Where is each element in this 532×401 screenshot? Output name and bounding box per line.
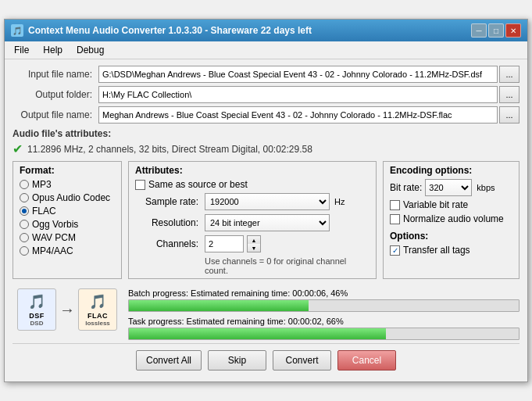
output-folder-row: Output folder: ... xyxy=(12,86,520,103)
channels-up[interactable]: ▲ xyxy=(248,236,260,244)
menu-file[interactable]: File xyxy=(8,43,35,57)
output-folder-browse-button[interactable]: ... xyxy=(499,86,520,103)
window-title: Context Menu Audio Converter 1.0.3.30 - … xyxy=(28,25,312,36)
cancel-button[interactable]: Cancel xyxy=(337,350,396,371)
input-browse-button[interactable]: ... xyxy=(499,66,520,83)
channels-down[interactable]: ▼ xyxy=(248,244,260,252)
source-icon-sublabel: DSD xyxy=(30,320,44,327)
normalize-label: Normalize audio volume xyxy=(403,213,504,224)
input-file-row: Input file name: ... xyxy=(12,66,520,83)
skip-button[interactable]: Skip xyxy=(208,350,266,371)
format-wav[interactable]: WAV PCM xyxy=(20,232,115,243)
maximize-button[interactable]: □ xyxy=(488,23,504,38)
titlebar-left: 🎵 Context Menu Audio Converter 1.0.3.30 … xyxy=(11,24,312,37)
same-as-source-checkbox[interactable] xyxy=(135,180,145,190)
channels-spinner[interactable]: ▲ ▼ xyxy=(247,235,261,252)
bitrate-label: Bit rate: xyxy=(390,182,422,193)
arrow-icon: → xyxy=(59,301,75,319)
format-mp4-label: MP4/AAC xyxy=(32,245,73,256)
resolution-label: Resolution: xyxy=(135,217,202,228)
format-flac[interactable]: FLAC xyxy=(20,206,115,217)
format-panel: Format: MP3 Opus Audio Codec FLAC Ogg Vo… xyxy=(12,161,122,279)
variable-bitrate-label: Variable bit rate xyxy=(403,199,468,210)
input-file-input[interactable] xyxy=(98,66,498,83)
dest-icon-img: 🎵 xyxy=(89,293,106,310)
batch-progress-bar-container xyxy=(128,299,520,312)
sample-rate-select[interactable]: 192000 176400 96000 88200 48000 44100 xyxy=(205,193,330,210)
format-title: Format: xyxy=(20,165,115,176)
radio-mp4[interactable] xyxy=(20,246,29,256)
check-icon: ✔ xyxy=(12,141,23,156)
output-folder-label: Output folder: xyxy=(12,89,98,100)
main-window: 🎵 Context Menu Audio Converter 1.0.3.30 … xyxy=(4,19,528,382)
radio-opus[interactable] xyxy=(20,193,29,202)
same-as-source-row: Same as source or best xyxy=(135,179,370,190)
format-ogg[interactable]: Ogg Vorbis xyxy=(20,219,115,230)
encoding-panel: Encoding options: Bit rate: 320 256 192 … xyxy=(383,161,520,279)
format-mp4[interactable]: MP4/AAC xyxy=(20,245,115,256)
audio-attrs-line: ✔ 11.2896 MHz, 2 channels, 32 bits, Dire… xyxy=(12,141,520,156)
output-file-row: Output file name: ... xyxy=(12,106,520,124)
normalize-checkbox[interactable] xyxy=(390,214,400,224)
dest-icon-sublabel: lossless xyxy=(85,320,110,327)
source-format-icon: 🎵 DSF DSD xyxy=(17,288,56,331)
dest-icon-label: FLAC xyxy=(87,312,108,320)
channel-note: Use channels = 0 for original channel co… xyxy=(135,256,370,275)
transfer-tags-row: Transfer all tags xyxy=(390,245,512,256)
format-mp3[interactable]: MP3 xyxy=(20,179,115,190)
input-file-label: Input file name: xyxy=(12,69,98,80)
bitrate-row: Bit rate: 320 256 192 128 kbps xyxy=(390,179,512,196)
kbps-label: kbps xyxy=(477,183,495,192)
source-icon-label: DSF xyxy=(29,312,45,320)
variable-bitrate-checkbox[interactable] xyxy=(390,200,400,210)
format-opus[interactable]: Opus Audio Codec xyxy=(20,192,115,203)
minimize-button[interactable]: ─ xyxy=(471,23,487,38)
same-as-source-label: Same as source or best xyxy=(148,179,248,190)
menubar: File Help Debug xyxy=(5,41,527,59)
app-icon: 🎵 xyxy=(11,24,23,37)
buttons-row: Convert All Skip Convert Cancel xyxy=(12,343,520,375)
audio-attrs-header: Audio file's attributes: xyxy=(12,128,520,139)
format-ogg-label: Ogg Vorbis xyxy=(32,219,78,230)
options-section: Options: Transfer all tags xyxy=(390,231,512,256)
sample-rate-row: Sample rate: 192000 176400 96000 88200 4… xyxy=(135,193,370,210)
radio-wav[interactable] xyxy=(20,233,29,242)
output-file-browse-button[interactable]: ... xyxy=(499,106,520,124)
progress-section: Batch progress: Estimated remaining time… xyxy=(128,285,520,340)
radio-ogg[interactable] xyxy=(20,220,29,229)
menu-debug[interactable]: Debug xyxy=(70,43,110,57)
resolution-row: Resolution: 24 bit integer 16 bit intege… xyxy=(135,214,370,231)
encoding-title: Encoding options: xyxy=(390,165,512,176)
task-progress-bar-container xyxy=(128,328,520,340)
hz-label: Hz xyxy=(334,197,345,206)
convert-button[interactable]: Convert xyxy=(273,350,331,371)
resolution-select[interactable]: 24 bit integer 16 bit integer 32 bit flo… xyxy=(205,214,330,231)
format-flac-label: FLAC xyxy=(32,206,56,217)
transfer-tags-label: Transfer all tags xyxy=(403,245,470,256)
normalize-row: Normalize audio volume xyxy=(390,213,512,224)
bitrate-select[interactable]: 320 256 192 128 xyxy=(425,179,472,196)
titlebar: 🎵 Context Menu Audio Converter 1.0.3.30 … xyxy=(5,20,527,41)
bottom-section: 🎵 DSF DSD → 🎵 FLAC lossless Batch progre… xyxy=(12,285,520,340)
channels-input[interactable] xyxy=(205,235,244,252)
transfer-tags-checkbox[interactable] xyxy=(390,245,400,256)
convert-all-button[interactable]: Convert All xyxy=(136,350,202,371)
options-title: Options: xyxy=(390,231,512,242)
radio-flac[interactable] xyxy=(20,206,29,216)
output-file-input[interactable] xyxy=(98,106,498,124)
batch-progress-bar xyxy=(129,300,309,311)
channels-row: Channels: ▲ ▼ xyxy=(135,235,370,252)
output-file-label: Output file name: xyxy=(12,109,98,120)
channels-label: Channels: xyxy=(135,238,202,249)
converter-visual: 🎵 DSF DSD → 🎵 FLAC lossless xyxy=(12,285,122,334)
close-button[interactable]: ✕ xyxy=(505,23,521,38)
attributes-panel: Attributes: Same as source or best Sampl… xyxy=(128,161,377,279)
attributes-title: Attributes: xyxy=(135,165,370,176)
main-panels: Format: MP3 Opus Audio Codec FLAC Ogg Vo… xyxy=(12,161,520,279)
radio-mp3[interactable] xyxy=(20,180,29,189)
menu-help[interactable]: Help xyxy=(37,43,69,57)
output-folder-input[interactable] xyxy=(98,86,498,103)
dest-format-icon: 🎵 FLAC lossless xyxy=(78,288,117,331)
task-progress-label: Task progress: Estimated remaining time:… xyxy=(128,317,520,326)
sample-rate-label: Sample rate: xyxy=(135,196,202,207)
